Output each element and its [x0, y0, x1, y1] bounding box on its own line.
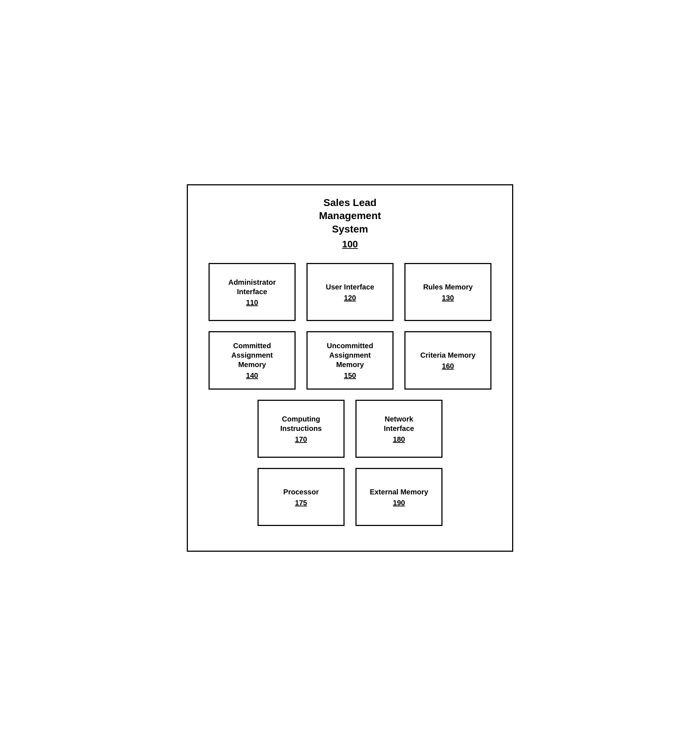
admin-interface-box: AdministratorInterface 110 [209, 263, 296, 321]
criteria-memory-box: Criteria Memory 160 [404, 331, 491, 390]
rules-memory-box: Rules Memory 130 [404, 263, 491, 321]
uncommitted-assignment-memory-label: UncommittedAssignmentMemory [327, 341, 373, 369]
network-interface-number: 180 [393, 435, 405, 444]
network-interface-label: NetworkInterface [384, 414, 414, 433]
processor-label: Processor [283, 487, 319, 497]
computing-instructions-box: ComputingInstructions 170 [257, 400, 344, 458]
user-interface-box: User Interface 120 [306, 263, 394, 321]
row-1: AdministratorInterface 110 User Interfac… [202, 263, 498, 321]
uncommitted-assignment-memory-box: UncommittedAssignmentMemory 150 [306, 331, 394, 390]
row-4: Processor 175 External Memory 190 [202, 468, 498, 526]
uncommitted-assignment-memory-number: 150 [344, 371, 356, 380]
system-number: 100 [202, 239, 498, 250]
user-interface-number: 120 [344, 294, 356, 302]
criteria-memory-number: 160 [442, 362, 454, 370]
committed-assignment-memory-label: CommittedAssignmentMemory [231, 341, 273, 369]
committed-assignment-memory-number: 140 [246, 371, 258, 380]
external-memory-label: External Memory [369, 487, 428, 497]
external-memory-number: 190 [393, 499, 405, 507]
system-title: Sales LeadManagementSystem [202, 196, 498, 236]
external-memory-box: External Memory 190 [356, 468, 443, 526]
rules-memory-label: Rules Memory [423, 282, 473, 291]
admin-interface-label: AdministratorInterface [228, 278, 276, 296]
computing-instructions-label: ComputingInstructions [280, 414, 322, 433]
network-interface-box: NetworkInterface 180 [356, 400, 443, 458]
diagram-container: Sales LeadManagementSystem 100 Administr… [187, 184, 513, 552]
rules-memory-number: 130 [442, 294, 454, 302]
computing-instructions-number: 170 [295, 435, 307, 444]
committed-assignment-memory-box: CommittedAssignmentMemory 140 [209, 331, 296, 390]
user-interface-label: User Interface [326, 282, 374, 291]
row-3: ComputingInstructions 170 NetworkInterfa… [202, 400, 498, 458]
admin-interface-number: 110 [246, 299, 258, 307]
processor-box: Processor 175 [257, 468, 344, 526]
processor-number: 175 [295, 499, 307, 507]
row-2: CommittedAssignmentMemory 140 Uncommitte… [202, 331, 498, 390]
criteria-memory-label: Criteria Memory [421, 350, 475, 360]
